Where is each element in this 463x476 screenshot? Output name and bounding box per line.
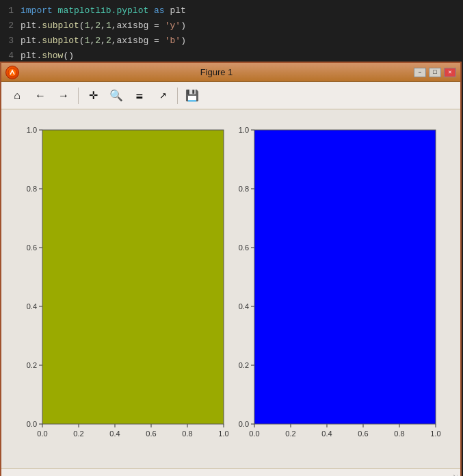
resize-handle[interactable]: ⇲: [453, 472, 458, 476]
subplot1-bg: [42, 130, 224, 424]
subplot-2: 0.0 0.2 0.4 0.6 0.8 1.0 0.0 0.2 0.4 0.: [239, 126, 441, 438]
svg-text:0.2: 0.2: [239, 361, 249, 369]
window-controls: – □ ✕: [414, 68, 456, 77]
figure-icon: [5, 66, 19, 79]
figure-title: Figure 1: [19, 67, 414, 77]
code-line-4: 4 plt.show(): [0, 48, 463, 63]
svg-text:0.0: 0.0: [239, 420, 249, 428]
svg-text:0.4: 0.4: [239, 302, 249, 310]
code-content-3: plt.subplot(1,2,2,axisbg = 'b'): [21, 36, 186, 46]
svg-text:0.4: 0.4: [27, 302, 37, 310]
svg-text:0.8: 0.8: [394, 429, 404, 438]
back-button[interactable]: ←: [30, 86, 51, 105]
code-content-2: plt.subplot(1,2,1,axisbg = 'y'): [21, 21, 186, 31]
line-number-3: 3: [0, 36, 21, 46]
code-line-1: 1 import matplotlib.pyplot as plt: [0, 3, 463, 18]
graph-button[interactable]: ↗: [153, 86, 173, 105]
minimize-button[interactable]: –: [414, 68, 426, 77]
svg-text:0.0: 0.0: [249, 429, 259, 438]
code-content-1: import matplotlib.pyplot as plt: [21, 5, 186, 16]
svg-text:0.8: 0.8: [239, 185, 249, 193]
subplot-1: 0.0 0.2 0.4 0.6 0.8 1.0 0.0: [27, 126, 229, 438]
zoom-button[interactable]: 🔍: [106, 86, 127, 105]
svg-text:0.6: 0.6: [239, 243, 249, 252]
maximize-button[interactable]: □: [429, 68, 441, 77]
figure-canvas: 0.0 0.2 0.4 0.6 0.8 1.0 0.0: [1, 109, 460, 468]
move-button[interactable]: ✛: [83, 86, 103, 105]
close-button[interactable]: ✕: [444, 68, 456, 77]
svg-text:1.0: 1.0: [239, 126, 249, 134]
svg-text:0.2: 0.2: [285, 429, 295, 438]
svg-text:0.2: 0.2: [73, 429, 83, 438]
toolbar-separator-1: [78, 88, 79, 104]
figure-toolbar: ⌂ ← → ✛ 🔍 ≣ ↗ 💾: [1, 82, 460, 109]
subplot2-bg: [254, 130, 436, 424]
line-number-4: 4: [0, 51, 21, 61]
figure-window: Figure 1 – □ ✕ ⌂ ← → ✛ 🔍 ≣ ↗ 💾: [0, 62, 462, 476]
svg-text:0.6: 0.6: [358, 429, 368, 438]
forward-button[interactable]: →: [53, 86, 74, 105]
svg-text:1.0: 1.0: [27, 126, 37, 134]
svg-text:0.6: 0.6: [27, 243, 37, 252]
figure-statusbar: ⇲: [1, 468, 460, 476]
svg-text:0.4: 0.4: [109, 429, 120, 438]
svg-text:0.0: 0.0: [27, 420, 37, 428]
configure-button[interactable]: ≣: [129, 86, 150, 105]
figure-plots: 0.0 0.2 0.4 0.6 0.8 1.0 0.0: [8, 116, 453, 458]
svg-text:0.4: 0.4: [321, 429, 332, 438]
svg-text:1.0: 1.0: [218, 429, 228, 438]
save-button[interactable]: 💾: [182, 86, 202, 105]
svg-text:0.6: 0.6: [146, 429, 156, 438]
code-line-3: 3 plt.subplot(1,2,2,axisbg = 'b'): [0, 33, 463, 48]
svg-text:0.8: 0.8: [27, 185, 37, 193]
code-editor: 1 import matplotlib.pyplot as plt 2 plt.…: [0, 0, 463, 62]
code-content-4: plt.show(): [21, 51, 74, 61]
toolbar-separator-2: [177, 88, 178, 104]
svg-text:1.0: 1.0: [430, 429, 440, 438]
svg-text:0.0: 0.0: [37, 429, 47, 438]
figure-titlebar: Figure 1 – □ ✕: [1, 63, 460, 82]
line-number-1: 1: [0, 5, 21, 16]
line-number-2: 2: [0, 21, 21, 31]
code-line-2: 2 plt.subplot(1,2,1,axisbg = 'y'): [0, 18, 463, 33]
svg-text:0.8: 0.8: [182, 429, 192, 438]
home-button[interactable]: ⌂: [7, 86, 27, 105]
svg-text:0.2: 0.2: [27, 361, 37, 369]
